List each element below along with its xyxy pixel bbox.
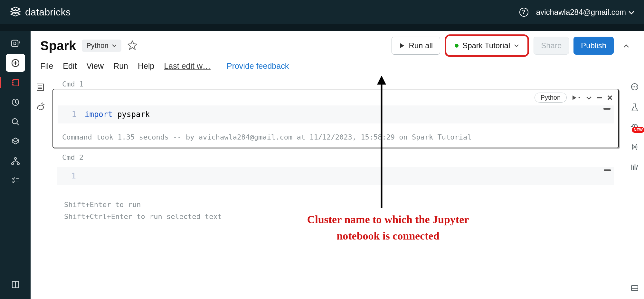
chevron-down-icon [629, 8, 634, 17]
menu-file[interactable]: File [40, 61, 53, 71]
svg-point-5 [12, 119, 17, 124]
cell-close-icon[interactable] [607, 95, 612, 100]
svg-rect-17 [631, 285, 638, 291]
chevron-up-icon [623, 44, 629, 48]
notebook-title-row: Spark Python Run all Spark Tutorial [40, 34, 634, 57]
main: Spark Python Run all Spark Tutorial [31, 31, 644, 299]
user-menu[interactable]: avichawla284@gmail.com [536, 8, 634, 17]
cell-cmd2[interactable]: 1 [52, 162, 619, 190]
language-selector[interactable]: Python [82, 40, 121, 52]
brand-text: databricks [25, 7, 71, 18]
topbar-stripe [0, 24, 644, 31]
brand[interactable]: databricks [10, 6, 71, 19]
libraries-icon[interactable] [630, 162, 640, 172]
svg-text:D: D [13, 41, 16, 46]
topbar-right: ? avichawla284@gmail.com [519, 8, 634, 17]
publish-button[interactable]: Publish [573, 37, 614, 55]
nav-new-icon[interactable] [6, 54, 25, 72]
nav-workspace-icon[interactable]: D [6, 34, 25, 52]
menubar: File Edit View Run Help Last edit w… Pro… [40, 57, 634, 76]
hint-line2: Shift+Ctrl+Enter to run selected text [64, 211, 621, 222]
menu-edit[interactable]: Edit [63, 61, 77, 71]
cell-output: Command took 1.35 seconds -- by avichawl… [53, 128, 618, 148]
collapse-toggle[interactable] [618, 41, 634, 50]
panel-toggle-icon[interactable] [630, 283, 640, 293]
keyword: import [85, 110, 113, 119]
fold-handle-icon[interactable] [604, 169, 611, 171]
cell-toolbar: Python [535, 93, 612, 103]
assistant-icon[interactable] [35, 101, 45, 112]
svg-point-6 [14, 157, 16, 159]
play-icon [399, 42, 405, 49]
nav-panels-icon[interactable] [6, 276, 25, 293]
svg-point-16 [636, 86, 637, 87]
menu-help[interactable]: Help [138, 61, 154, 71]
chevron-down-icon [514, 44, 519, 47]
code-area[interactable]: 1 import pyspark [58, 105, 614, 123]
body: D Spark [0, 31, 644, 299]
svg-rect-3 [13, 79, 19, 86]
svg-rect-11 [597, 97, 602, 98]
left-nav: D [0, 31, 31, 299]
code-line: import pyspark [85, 110, 150, 119]
cells-area: Cmd 1 Python [50, 76, 625, 299]
notebook-actions: Run all Spark Tutorial Share Publish [392, 34, 634, 57]
comments-icon[interactable] [630, 82, 640, 92]
cluster-name: Spark Tutorial [462, 41, 510, 50]
experiments-icon[interactable] [630, 102, 640, 112]
svg-point-8 [17, 162, 19, 165]
run-hints: Shift+Enter to run Shift+Ctrl+Enter to r… [64, 199, 621, 223]
status-dot-icon [455, 44, 459, 48]
top-bar: databricks ? avichawla284@gmail.com [0, 0, 644, 24]
hint-line1: Shift+Enter to run [64, 199, 621, 211]
svg-point-7 [11, 162, 14, 165]
last-edit[interactable]: Last edit w… [164, 61, 211, 71]
new-badge: NEW [632, 127, 644, 133]
code-rest: pyspark [113, 110, 150, 119]
nav-workflows-icon[interactable] [6, 152, 25, 170]
menu-view[interactable]: View [86, 61, 104, 71]
nav-recents-icon[interactable] [6, 93, 25, 111]
publish-label: Publish [581, 41, 606, 50]
help-icon[interactable]: ? [519, 8, 528, 17]
svg-point-15 [634, 86, 635, 87]
cell-language-pill[interactable]: Python [535, 93, 567, 103]
svg-point-14 [632, 86, 633, 87]
provide-feedback-link[interactable]: Provide feedback [227, 61, 289, 71]
right-rail: NEW [625, 76, 644, 299]
run-cell-icon[interactable] [572, 95, 581, 101]
cell-cmd1[interactable]: Python [52, 89, 619, 148]
databricks-logo-icon [10, 6, 21, 19]
cmd1-label: Cmd 1 [62, 80, 621, 88]
notebook-title[interactable]: Spark [40, 39, 76, 53]
notebook-header: Spark Python Run all Spark Tutorial [31, 31, 644, 76]
run-all-button[interactable]: Run all [392, 37, 440, 55]
left-gutter [31, 76, 50, 299]
star-icon[interactable] [127, 40, 137, 51]
share-label: Share [541, 41, 562, 50]
line-number: 1 [62, 110, 85, 119]
nav-data-icon[interactable] [6, 132, 25, 150]
chevron-down-icon [112, 44, 117, 47]
nav-notebooks-icon[interactable] [6, 74, 25, 91]
notebook-body: Cmd 1 Python [31, 76, 644, 299]
user-email: avichawla284@gmail.com [536, 8, 626, 17]
code-area[interactable]: 1 [57, 167, 614, 185]
share-button[interactable]: Share [534, 37, 569, 55]
cmd2-label: Cmd 2 [62, 153, 621, 161]
line-number: 1 [62, 171, 84, 180]
variables-icon[interactable] [630, 142, 640, 152]
menu-run[interactable]: Run [113, 61, 128, 71]
fold-handle-icon[interactable] [603, 108, 611, 110]
cell-chevron-down-icon[interactable] [586, 96, 592, 100]
language-label: Python [86, 41, 109, 50]
nav-search-icon[interactable] [6, 113, 25, 131]
cell-minimize-icon[interactable] [597, 97, 602, 99]
cluster-selector[interactable]: Spark Tutorial [445, 34, 529, 57]
outline-icon[interactable] [35, 82, 45, 92]
run-all-label: Run all [409, 41, 433, 50]
nav-checklist-icon[interactable] [6, 172, 25, 189]
